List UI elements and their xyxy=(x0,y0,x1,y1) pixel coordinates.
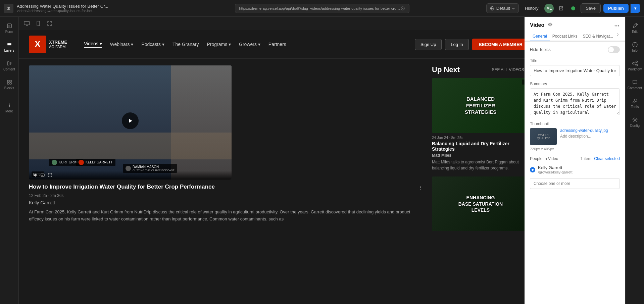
next-video-1[interactable]: BALANCEDFERTILIZERSTRATEGIES ⋮ 24 Jun 24… xyxy=(432,78,529,171)
next-video-1-date: 24 Jun 24 · 8m 25s xyxy=(432,136,529,140)
far-right-panel: Edit Info Workflow Comment Tools Config xyxy=(625,17,644,304)
green-circle-icon[interactable] xyxy=(568,4,578,13)
gear-icon xyxy=(548,22,552,27)
far-right-edit[interactable]: Edit xyxy=(627,19,643,37)
thumbnail-section: Thumbnail WATERQUALITY adressing-water-q… xyxy=(530,121,620,151)
see-all-videos[interactable]: SEE ALL VIDEOS → xyxy=(492,67,529,72)
sidebar-item-content[interactable]: Content xyxy=(1,57,17,74)
video-more-button[interactable]: ⋮ xyxy=(417,184,424,191)
far-right-info[interactable]: Info xyxy=(627,38,643,56)
summary-textarea[interactable]: At Farm Con 2025, Kelly Garrett and Kurt… xyxy=(530,88,620,115)
svg-point-35 xyxy=(549,24,551,26)
panel-more-button[interactable] xyxy=(614,22,620,28)
publish-button[interactable]: Publish xyxy=(603,4,629,13)
person-radio-kelly[interactable] xyxy=(530,167,535,172)
next-video-1-title: Balancing Liquid and Dry Fertilizer Stra… xyxy=(432,141,529,152)
panel-tabs: General Podcast Links SEO & Navigat... xyxy=(525,32,625,41)
sidebar-label-content: Content xyxy=(3,67,15,71)
panel-title-row: Video xyxy=(530,21,620,29)
nav-webinars[interactable]: Webinars ▾ xyxy=(110,42,134,47)
desktop-view-button[interactable] xyxy=(23,19,31,28)
user-avatar[interactable]: ML xyxy=(544,4,554,13)
sidebar-item-more[interactable]: More xyxy=(1,99,17,116)
nav-growers[interactable]: Growers ▾ xyxy=(239,42,260,47)
volume-icon[interactable] xyxy=(33,173,38,178)
settings-icon[interactable] xyxy=(400,6,405,11)
tab-seo[interactable]: SEO & Navigat... xyxy=(580,32,616,41)
video-date: 12 Feb 25 · 2m 36s xyxy=(29,193,424,198)
up-next-section: Up Next SEE ALL VIDEOS → BALANCEDFERTILI… xyxy=(432,65,529,237)
mobile-view-button[interactable] xyxy=(34,19,42,28)
far-right-config[interactable]: Config xyxy=(627,113,643,131)
nav-programs[interactable]: Programs ▾ xyxy=(207,42,231,47)
video-title-row: How to Improve Irrigation Water Quality … xyxy=(29,184,424,191)
sidebar-item-layers[interactable]: Layers xyxy=(1,38,17,56)
sidebar-label-blocks: Blocks xyxy=(4,86,14,90)
log-in-button[interactable]: Log In xyxy=(445,39,468,50)
info-label: Info xyxy=(632,49,638,52)
config-icon xyxy=(632,117,638,123)
far-right-workflow[interactable]: Workflow xyxy=(627,57,643,74)
choose-people-input[interactable] xyxy=(530,178,620,189)
open-external-icon[interactable] xyxy=(556,4,566,13)
chevron-down-icon xyxy=(512,7,515,10)
logo-subtext: AG·FARM xyxy=(49,45,67,49)
top-bar: Addressing Water Quality Issues for Bett… xyxy=(0,0,644,17)
nav-granary[interactable]: The Granary xyxy=(172,42,199,47)
sidebar-label-more: More xyxy=(5,109,13,113)
far-right-tools[interactable]: Tools xyxy=(627,95,643,112)
page-title: Addressing Water Quality Issues for Bett… xyxy=(17,4,108,9)
sign-up-button[interactable]: Sign Up xyxy=(415,39,442,50)
thumbnail-add-description[interactable]: Add description... xyxy=(560,134,608,139)
save-button[interactable]: Save xyxy=(581,3,601,13)
svg-point-6 xyxy=(571,6,575,10)
history-button[interactable]: History xyxy=(522,4,542,13)
thumbnail-filename[interactable]: adressing-water-quality.jpg xyxy=(560,128,608,133)
far-right-comment[interactable]: Comment xyxy=(627,76,643,93)
form-icon xyxy=(6,23,12,29)
tab-general[interactable]: General xyxy=(530,32,550,41)
publish-dropdown-button[interactable]: ▾ xyxy=(631,4,640,13)
badge-kelly-text: KELLY GARRETT xyxy=(86,160,113,164)
expand-view-button[interactable] xyxy=(46,19,54,28)
sidebar-label-layers: Layers xyxy=(4,49,14,52)
svg-rect-13 xyxy=(7,62,9,65)
panel-title: Video xyxy=(530,22,544,28)
more-icon xyxy=(6,102,12,108)
sidebar-item-blocks[interactable]: Blocks xyxy=(1,76,17,93)
panel-content: Hide Topics Title Summary At Farm Con 20… xyxy=(525,42,625,304)
become-member-button[interactable]: BECOME A MEMBER xyxy=(472,39,529,50)
url-bar[interactable]: https://xtreme-ag.vercel.app/api/draft?s… xyxy=(235,4,409,13)
tab-podcast-links[interactable]: Podcast Links xyxy=(550,32,580,41)
next-video-2[interactable]: ENHANCINGBASE SATURATIONLEVELS xyxy=(432,176,529,231)
nav-videos[interactable]: Videos ▾ xyxy=(84,41,102,48)
title-input[interactable] xyxy=(530,65,620,76)
hide-topics-row: Hide Topics xyxy=(530,46,620,53)
nav-partners[interactable]: Partners xyxy=(268,42,286,47)
workflow-label: Workflow xyxy=(628,67,642,71)
fullscreen-icon[interactable] xyxy=(48,173,52,178)
clear-selected-button[interactable]: Clear selected xyxy=(594,156,620,161)
locale-selector[interactable]: Default xyxy=(486,3,519,13)
site-nav: Videos ▾ Webinars ▾ Podcasts ▾ The Grana… xyxy=(84,41,286,48)
nutri-drip-logo xyxy=(52,160,57,165)
video-player[interactable]: 02:36 KURT GRIMM KELLY GARRETT xyxy=(29,65,232,180)
hide-topics-toggle[interactable] xyxy=(608,46,620,53)
sidebar-item-form[interactable]: Form xyxy=(1,19,17,37)
thumbnail-size: 720px x 405px xyxy=(530,147,620,151)
tabs-more-icon[interactable] xyxy=(616,32,620,37)
svg-point-2 xyxy=(402,8,403,9)
people-section: People In Video 1 item Clear selected Ke… xyxy=(530,156,620,189)
next-video-1-desc: Matt Miles talks to agronomist Bert Rigg… xyxy=(432,159,529,171)
panel-settings-button[interactable] xyxy=(547,21,553,29)
video-title-text: How to Improve Irrigation Water Quality … xyxy=(29,184,417,190)
video-info: How to Improve Irrigation Water Quality … xyxy=(29,180,424,227)
svg-point-43 xyxy=(636,61,637,63)
caption-icon[interactable] xyxy=(40,173,45,178)
title-section: Title xyxy=(530,58,620,76)
nav-podcasts[interactable]: Podcasts ▾ xyxy=(141,42,164,47)
info-icon xyxy=(632,42,638,48)
app-logo xyxy=(4,4,13,13)
preview-scroll-area[interactable]: X XTREME AG·FARM Videos ▾ Webinars ▾ Pod… xyxy=(19,30,539,304)
comment-label: Comment xyxy=(628,86,642,90)
